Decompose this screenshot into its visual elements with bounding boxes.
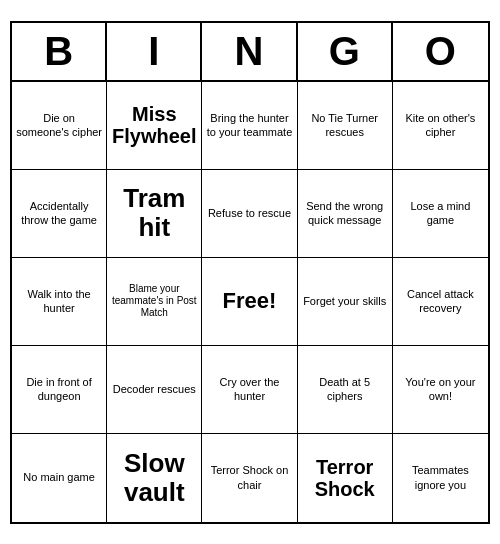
bingo-header: BINGO <box>12 23 488 82</box>
bingo-cell-22: Terror Shock on chair <box>202 434 297 522</box>
bingo-cell-16: Decoder rescues <box>107 346 202 434</box>
bingo-card: BINGO Die on someone's cipherMiss Flywhe… <box>10 21 490 524</box>
bingo-grid: Die on someone's cipherMiss FlywheelBrin… <box>12 82 488 522</box>
header-letter-B: B <box>12 23 107 80</box>
bingo-cell-9: Lose a mind game <box>393 170 488 258</box>
bingo-cell-12: Free! <box>202 258 297 346</box>
bingo-cell-15: Die in front of dungeon <box>12 346 107 434</box>
bingo-cell-1: Miss Flywheel <box>107 82 202 170</box>
bingo-cell-23: Terror Shock <box>298 434 393 522</box>
bingo-cell-4: Kite on other's cipher <box>393 82 488 170</box>
bingo-cell-18: Death at 5 ciphers <box>298 346 393 434</box>
bingo-cell-7: Refuse to rescue <box>202 170 297 258</box>
bingo-cell-19: You're on your own! <box>393 346 488 434</box>
bingo-cell-2: Bring the hunter to your teammate <box>202 82 297 170</box>
header-letter-N: N <box>202 23 297 80</box>
header-letter-O: O <box>393 23 488 80</box>
bingo-cell-14: Cancel attack recovery <box>393 258 488 346</box>
bingo-cell-21: Slow vault <box>107 434 202 522</box>
bingo-cell-0: Die on someone's cipher <box>12 82 107 170</box>
bingo-cell-13: Forget your skills <box>298 258 393 346</box>
header-letter-I: I <box>107 23 202 80</box>
bingo-cell-17: Cry over the hunter <box>202 346 297 434</box>
bingo-cell-5: Accidentally throw the game <box>12 170 107 258</box>
bingo-cell-10: Walk into the hunter <box>12 258 107 346</box>
bingo-cell-20: No main game <box>12 434 107 522</box>
bingo-cell-6: Tram hit <box>107 170 202 258</box>
bingo-cell-3: No Tie Turner rescues <box>298 82 393 170</box>
header-letter-G: G <box>298 23 393 80</box>
bingo-cell-8: Send the wrong quick message <box>298 170 393 258</box>
bingo-cell-24: Teammates ignore you <box>393 434 488 522</box>
bingo-cell-11: Blame your teammate's in Post Match <box>107 258 202 346</box>
